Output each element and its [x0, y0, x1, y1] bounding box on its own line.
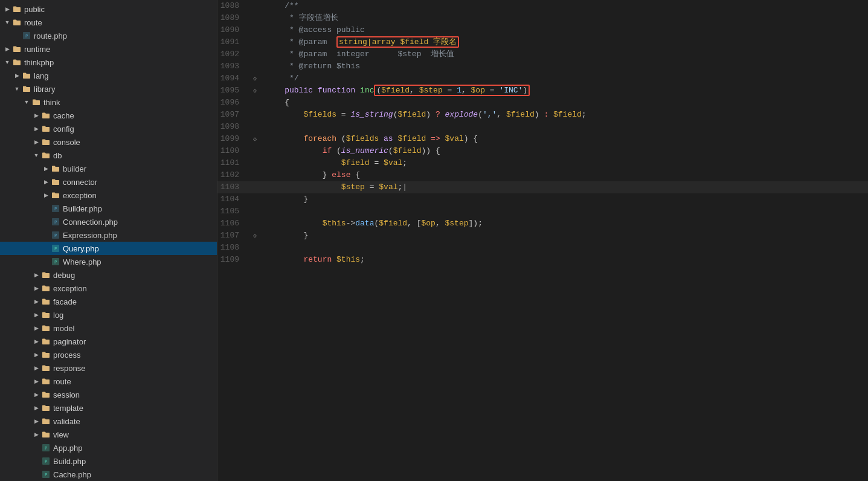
sidebar-item-validate[interactable]: ▶ validate [0, 415, 217, 428]
file-label: think [43, 98, 60, 107]
line-number: 1098 [217, 121, 249, 133]
code-row: 1103 $step = $val;| [217, 181, 868, 193]
sidebar-item-route2[interactable]: ▶ route [0, 375, 217, 388]
gutter-icon [249, 48, 261, 60]
gutter-icon [249, 109, 261, 121]
sidebar-item-route[interactable]: ▼ route [0, 16, 217, 29]
file-php-cyan-icon: P [41, 443, 51, 453]
line-number: 1104 [217, 193, 249, 205]
sidebar-item-process[interactable]: ▶ process [0, 348, 217, 361]
folder-icon [41, 430, 51, 439]
sidebar-item-view[interactable]: ▶ view [0, 428, 217, 441]
arrow-icon: ▶ [12, 71, 22, 80]
arrow-icon: ▶ [41, 190, 51, 200]
sidebar-item-log[interactable]: ▶ log [0, 308, 217, 321]
sidebar-item-Cache.php[interactable]: PCache.php [0, 468, 217, 481]
sidebar-item-paginator[interactable]: ▶ paginator [0, 335, 217, 348]
sidebar-item-session[interactable]: ▶ session [0, 388, 217, 401]
file-php-blue-icon: P [51, 204, 60, 213]
sidebar-item-Expression.php[interactable]: PExpression.php [0, 228, 217, 242]
sidebar-item-debug[interactable]: ▶ debug [0, 268, 217, 282]
code-row: 1092 * @param integer $step 增长值 [217, 48, 868, 60]
sidebar-item-cache[interactable]: ▶ cache [0, 109, 217, 122]
arrow-icon [41, 217, 51, 227]
svg-text:P: P [45, 459, 47, 464]
sidebar-item-think[interactable]: ▼ think [0, 95, 217, 109]
line-number: 1108 [217, 242, 249, 254]
sidebar-item-exception[interactable]: ▶ exception [0, 189, 217, 202]
file-label: exception [53, 284, 87, 293]
sidebar-item-route.php[interactable]: Proute.php [0, 29, 217, 42]
sidebar-item-connector[interactable]: ▶ connector [0, 175, 217, 189]
gutter-icon [249, 24, 261, 36]
arrow-icon: ▶ [31, 297, 41, 306]
file-label: lang [34, 71, 49, 80]
line-number: 1092 [217, 48, 249, 60]
folder-icon [41, 416, 51, 426]
gutter-icon [249, 60, 261, 73]
gutter-icon [249, 218, 261, 230]
file-label: cache [53, 111, 74, 120]
code-content: $this->data($field, [$op, $step]); [261, 218, 868, 230]
line-number: 1091 [217, 36, 249, 48]
sidebar-item-response[interactable]: ▶ response [0, 361, 217, 375]
folder-icon [31, 97, 41, 107]
file-label: Builder.php [63, 204, 102, 213]
folder-icon [41, 363, 51, 373]
sidebar-item-model[interactable]: ▶ model [0, 321, 217, 335]
sidebar-item-thinkphp[interactable]: ▼ thinkphp [0, 56, 217, 69]
arrow-icon: ▶ [31, 416, 41, 426]
folder-icon [41, 283, 51, 293]
arrow-icon: ▼ [22, 97, 31, 107]
arrow-icon: ▶ [31, 390, 41, 399]
folder-icon [41, 376, 51, 386]
folder-icon [41, 390, 51, 399]
folder-icon [41, 111, 51, 120]
gutter-icon [249, 242, 261, 254]
file-label: connector [63, 178, 97, 187]
sidebar-item-Where.php[interactable]: PWhere.php [0, 255, 217, 268]
code-row: 1102 } else { [217, 169, 868, 181]
sidebar-item-App.php[interactable]: PApp.php [0, 441, 217, 454]
code-content: public function inc($field, $step = 1, $… [261, 85, 868, 97]
file-php-cyan-icon: P [41, 470, 51, 479]
file-label: builder [63, 164, 86, 173]
arrow-icon: ▼ [12, 84, 22, 94]
svg-text:P: P [54, 233, 57, 238]
sidebar-item-lang[interactable]: ▶ lang [0, 69, 217, 82]
file-label: view [53, 430, 69, 439]
arrow-icon: ▶ [31, 310, 41, 320]
code-row: 1096 { [217, 97, 868, 109]
sidebar-item-Build.php[interactable]: PBuild.php [0, 454, 217, 468]
file-php-cyan-icon: P [41, 456, 51, 466]
code-editor: 1088 /**1089 * 字段值增长1090 * @access publi… [217, 0, 868, 481]
sidebar-item-public[interactable]: ▶ public [0, 2, 217, 16]
line-number: 1093 [217, 60, 249, 73]
code-row: 1097 $fields = is_string($field) ? explo… [217, 109, 868, 121]
sidebar-item-template[interactable]: ▶ template [0, 401, 217, 415]
file-label: route [53, 377, 71, 386]
code-content: * @access public [261, 24, 868, 36]
sidebar-item-console[interactable]: ▶ console [0, 135, 217, 149]
file-label: public [24, 5, 45, 14]
sidebar-item-runtime[interactable]: ▶ runtime [0, 42, 217, 56]
sidebar-item-builder[interactable]: ▶ builder [0, 162, 217, 175]
folder-icon [22, 71, 31, 80]
file-tree[interactable]: ▶ public▼ routeProute.php▶ runtime▼ thin… [0, 0, 217, 481]
folder-icon [12, 18, 22, 27]
file-label: Query.php [63, 244, 99, 253]
sidebar-item-exception2[interactable]: ▶ exception [0, 282, 217, 295]
sidebar-item-db[interactable]: ▼ db [0, 149, 217, 162]
svg-text:P: P [25, 34, 28, 39]
sidebar-item-Builder.php[interactable]: PBuilder.php [0, 202, 217, 215]
code-content: * @param integer $step 增长值 [261, 48, 868, 60]
sidebar-item-Query.php[interactable]: PQuery.php [0, 242, 217, 255]
arrow-icon: ▶ [41, 177, 51, 187]
folder-icon [51, 190, 60, 200]
sidebar-item-facade[interactable]: ▶ facade [0, 295, 217, 308]
file-label: Connection.php [63, 218, 118, 227]
gutter-icon [249, 181, 261, 193]
sidebar-item-config[interactable]: ▶ config [0, 122, 217, 135]
sidebar-item-library[interactable]: ▼ library [0, 82, 217, 95]
sidebar-item-Connection.php[interactable]: PConnection.php [0, 215, 217, 228]
